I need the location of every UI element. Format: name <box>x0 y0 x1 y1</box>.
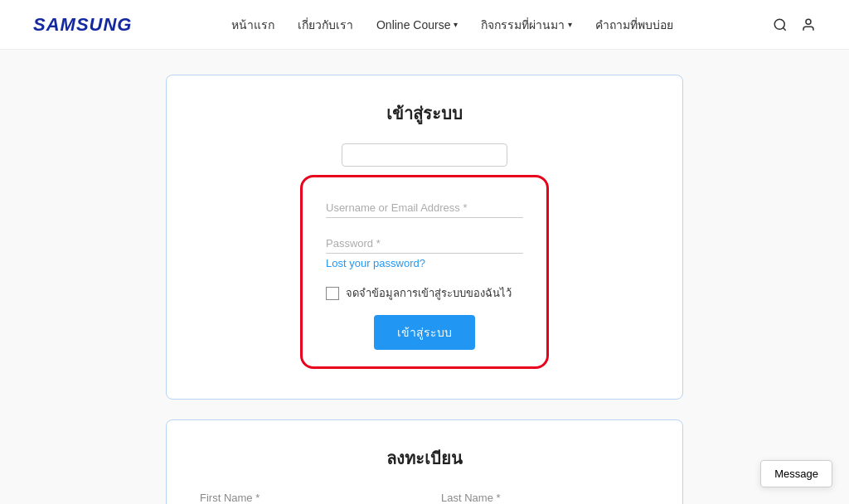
svg-point-2 <box>806 19 811 24</box>
main-nav: หน้าแรก เกี่ยวกับเรา Online Course ▾ กิจ… <box>231 16 674 34</box>
register-fields: First Name * กรุณาใช้ภาษาอังกฤษเท่านั้น … <box>200 492 649 504</box>
username-group <box>326 197 523 218</box>
remember-checkbox[interactable] <box>326 287 339 300</box>
lost-password-link[interactable]: Lost your password? <box>326 257 523 269</box>
first-name-label: First Name * <box>200 492 408 504</box>
search-button[interactable] <box>773 17 788 32</box>
svg-point-0 <box>774 19 784 29</box>
logo: SAMSUNG <box>33 14 132 36</box>
chevron-down-icon: ▾ <box>454 20 458 29</box>
nav-activities[interactable]: กิจกรรมที่ผ่านมา ▾ <box>481 16 572 34</box>
nav-about[interactable]: เกี่ยวกับเรา <box>298 16 353 34</box>
last-name-field: Last Name * กรุณาใช้ภาษาอังกฤษเท่านั้น โ… <box>441 492 649 504</box>
nav-faq[interactable]: คำถามที่พบบ่อย <box>595 16 673 34</box>
chevron-down-icon: ▾ <box>568 20 572 29</box>
svg-line-1 <box>783 27 785 30</box>
register-card: ลงทะเบียน First Name * กรุณาใช้ภาษาอังกฤ… <box>166 419 683 504</box>
header: SAMSUNG หน้าแรก เกี่ยวกับเรา Online Cour… <box>0 0 849 50</box>
first-name-field: First Name * กรุณาใช้ภาษาอังกฤษเท่านั้น … <box>200 492 408 504</box>
password-group: Lost your password? <box>326 233 523 269</box>
login-card: เข้าสู่ระบบ Lost your password? จดจำข้อม… <box>166 75 683 400</box>
nav-home[interactable]: หน้าแรก <box>231 16 274 34</box>
nav-online-course[interactable]: Online Course ▾ <box>376 18 458 32</box>
user-button[interactable] <box>801 17 816 32</box>
login-form-highlight: Lost your password? จดจำข้อมูลการเข้าสู่… <box>300 175 549 369</box>
main-content: เข้าสู่ระบบ Lost your password? จดจำข้อม… <box>0 50 849 504</box>
password-input[interactable] <box>326 233 523 254</box>
login-title: เข้าสู่ระบบ <box>200 100 649 127</box>
user-icon <box>801 17 816 32</box>
message-button[interactable]: Message <box>760 460 832 487</box>
register-title: ลงทะเบียน <box>200 445 649 472</box>
username-input[interactable] <box>326 197 523 218</box>
login-submit-button[interactable]: เข้าสู่ระบบ <box>374 315 475 350</box>
header-icons <box>773 17 816 32</box>
remember-row: จดจำข้อมูลการเข้าสู่ระบบของฉันไว้ <box>326 284 523 302</box>
last-name-label: Last Name * <box>441 492 649 504</box>
top-input-placeholder <box>342 143 507 167</box>
search-icon <box>773 17 788 32</box>
remember-label: จดจำข้อมูลการเข้าสู่ระบบของฉันไว้ <box>346 284 512 302</box>
